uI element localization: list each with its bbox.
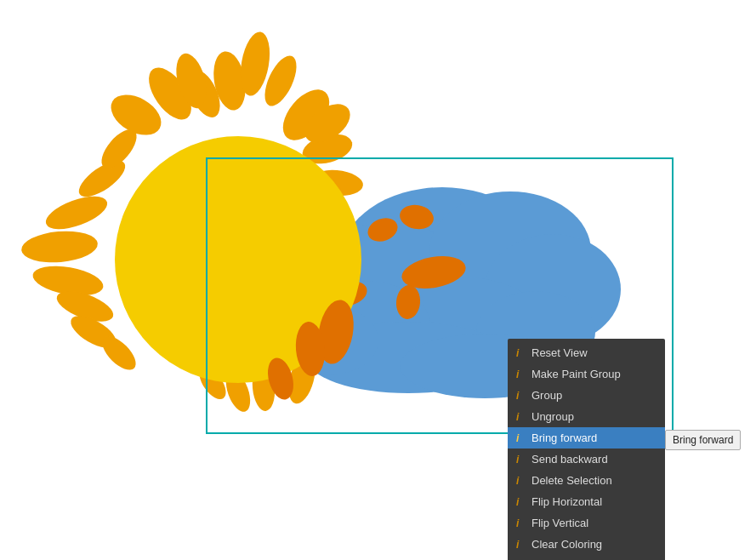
info-icon-ungroup: i [516, 411, 526, 423]
menu-item-flip-vertical[interactable]: i Flip Vertical [508, 512, 665, 534]
context-menu: i Reset View i Make Paint Group i Group … [508, 339, 665, 560]
menu-item-apply-transformations[interactable]: i Apply Transformations [508, 555, 665, 560]
menu-item-delete-selection[interactable]: i Delete Selection [508, 470, 665, 491]
menu-item-flip-horizontal[interactable]: i Flip Horizontal [508, 491, 665, 512]
info-icon-send-backward: i [516, 454, 526, 466]
info-icon-group: i [516, 390, 526, 402]
info-icon-make-paint-group: i [516, 369, 526, 380]
menu-item-bring-forward[interactable]: i Bring forward [508, 427, 665, 449]
info-icon-flip-horizontal: i [516, 496, 526, 508]
svg-point-12 [42, 190, 111, 236]
info-icon-delete-selection: i [516, 475, 526, 487]
canvas-area: i Reset View i Make Paint Group i Group … [0, 0, 756, 560]
info-icon-clear-coloring: i [516, 539, 526, 551]
menu-item-reset-view[interactable]: i Reset View [508, 342, 665, 363]
menu-item-group[interactable]: i Group [508, 385, 665, 406]
menu-item-send-backward[interactable]: i Send backward [508, 449, 665, 470]
svg-point-10 [20, 228, 99, 266]
info-icon-flip-vertical: i [516, 517, 526, 529]
menu-item-make-paint-group[interactable]: i Make Paint Group [508, 363, 665, 385]
menu-item-clear-coloring[interactable]: i Clear Coloring [508, 534, 665, 555]
menu-item-ungroup[interactable]: i Ungroup [508, 406, 665, 427]
info-icon-bring-forward: i [516, 432, 526, 444]
tooltip-bring-forward: Bring forward [665, 430, 741, 450]
info-icon-reset-view: i [516, 347, 526, 359]
